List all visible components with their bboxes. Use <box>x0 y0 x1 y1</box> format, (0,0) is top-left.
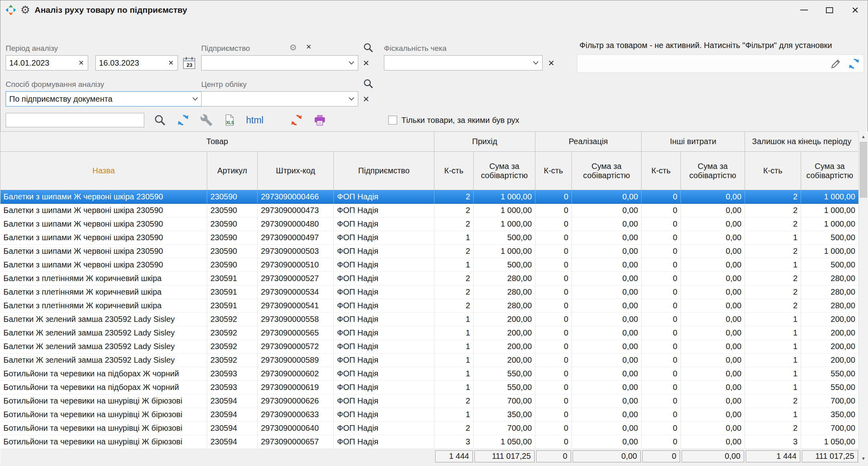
refresh-icon <box>176 113 190 127</box>
clear-date-from-icon[interactable]: × <box>78 58 85 67</box>
column-header[interactable]: Штрих-код <box>258 152 334 190</box>
center-search-button[interactable] <box>361 78 375 90</box>
method-select[interactable]: По підприємству документа <box>6 91 202 106</box>
fiscality-select[interactable] <box>384 55 543 70</box>
table-row[interactable]: Балетки Ж зелений замша 230592 Lady Sisl… <box>0 313 859 326</box>
cell-barcode: 2973090000558 <box>258 313 334 326</box>
column-header[interactable]: К-сть <box>642 152 681 190</box>
print-button[interactable] <box>312 112 327 128</box>
table-row[interactable]: Балетки Ж зелений замша 230592 Lady Sisl… <box>0 326 859 340</box>
table-row[interactable]: Ботильйони та черевики на шнурівці Ж бір… <box>0 422 859 435</box>
column-header[interactable]: Сума за собівартістю <box>474 152 535 190</box>
table-row[interactable]: Балетки з шипами Ж червоні шкіра 2305902… <box>0 245 859 258</box>
column-header[interactable]: К-сть <box>535 152 572 190</box>
enterprise-select[interactable] <box>201 55 358 70</box>
cell-barcode: 2973090000640 <box>258 422 334 435</box>
column-header[interactable]: Сума за собівартістю <box>681 152 745 190</box>
column-group-header[interactable]: Реалізація <box>535 132 642 152</box>
export-html-button[interactable]: html <box>246 115 263 126</box>
cell-in-sum: 550,00 <box>474 381 535 394</box>
center-label: Центр обліку <box>201 80 247 89</box>
column-header[interactable]: Назва <box>0 152 207 190</box>
settings-button[interactable] <box>199 112 214 128</box>
table-row[interactable]: Балетки з шипами Ж червоні шкіра 2305902… <box>0 258 859 272</box>
column-header[interactable]: Артикул <box>207 152 258 190</box>
cell-name: Балетки Ж зелений замша 230592 Lady Sisl… <box>0 313 207 326</box>
table-row[interactable]: Балетки з плетіннями Ж коричневий шкіра2… <box>0 272 859 285</box>
table-row[interactable]: Балетки з шипами Ж червоні шкіра 2305902… <box>0 217 859 231</box>
cell-barcode: 2973090000497 <box>258 231 334 245</box>
quick-search-input[interactable] <box>6 113 144 127</box>
column-header[interactable]: Сума за собівартістю <box>801 152 859 190</box>
totals-cell: 0 <box>535 449 572 464</box>
column-group-header[interactable]: Інші витрати <box>642 132 745 152</box>
table-row[interactable]: Балетки з шипами Ж червоні шкіра 2305902… <box>0 204 859 217</box>
total-rest-sum: 111 017,25 <box>802 450 858 462</box>
close-button[interactable]: × <box>842 0 868 20</box>
date-from-input[interactable]: 14.01.2023 × <box>6 55 88 70</box>
period-settings-gear-icon[interactable]: ⚙ <box>289 43 297 52</box>
search-icon <box>363 78 374 89</box>
enterprise-search-button[interactable] <box>361 42 375 54</box>
cell-in-sum: 1 000,00 <box>474 245 535 258</box>
calendar-button[interactable]: 23 <box>181 55 197 70</box>
fiscality-clear-icon[interactable]: × <box>547 58 555 68</box>
center-select[interactable] <box>201 91 358 106</box>
reload-button[interactable] <box>289 112 304 128</box>
column-group-header[interactable]: Залишок на кінець періоду <box>745 132 859 152</box>
date-from-value: 14.01.2023 <box>9 58 78 68</box>
table-row[interactable]: Балетки Ж зелений замша 230592 Lady Sisl… <box>0 354 859 367</box>
cell-in-qty: 1 <box>434 381 474 394</box>
table-row[interactable]: Ботильйони та черевики на шнурівці Ж бір… <box>0 435 859 449</box>
cell-name: Балетки з шипами Ж червоні шкіра 230590 <box>0 217 207 231</box>
table-row[interactable]: Ботильйони та черевики на підборах Ж чор… <box>0 381 859 394</box>
total-sale-sum: 0,00 <box>573 450 641 462</box>
grid-sub-header-row: НазваАртикулШтрих-кодПідприємствоК-стьСу… <box>0 152 859 190</box>
cell-name: Ботильйони та черевики на шнурівці Ж бір… <box>0 435 207 449</box>
center-clear-icon[interactable]: × <box>362 94 370 104</box>
enterprise-clear-icon[interactable]: × <box>362 58 370 68</box>
table-row[interactable]: Ботильйони та черевики на підборах Ж чор… <box>0 367 859 381</box>
column-header[interactable]: К-сть <box>434 152 474 190</box>
settings-gear-icon[interactable]: ⚙ <box>20 5 30 16</box>
column-group-header[interactable]: Прихід <box>434 132 535 152</box>
column-header[interactable]: Сума за собівартістю <box>572 152 642 190</box>
date-to-input[interactable]: 16.03.2023 × <box>95 55 178 70</box>
search-button[interactable] <box>152 112 168 128</box>
maximize-button[interactable] <box>817 0 842 20</box>
table-row[interactable]: Ботильйони та черевики на шнурівці Ж бір… <box>0 408 859 422</box>
svg-text:23: 23 <box>186 62 192 68</box>
cell-article: 230591 <box>207 272 258 285</box>
column-header[interactable]: К-сть <box>745 152 801 190</box>
table-row[interactable]: Балетки з шипами Ж червоні шкіра 2305902… <box>0 190 859 204</box>
cell-sale-sum: 0,00 <box>572 381 642 394</box>
cell-other-qty: 0 <box>642 394 681 408</box>
scroll-thumb[interactable] <box>860 142 867 198</box>
only-moved-goods-checkbox[interactable] <box>388 116 397 125</box>
table-row[interactable]: Балетки з плетіннями Ж коричневий шкіра2… <box>0 299 859 313</box>
edit-pencil-icon[interactable] <box>830 58 842 70</box>
table-row[interactable]: Ботильйони та черевики на шнурівці Ж бір… <box>0 394 859 408</box>
period-clear-icon[interactable]: × <box>305 42 312 51</box>
cell-article: 230593 <box>207 367 258 381</box>
refresh-filter-icon[interactable] <box>848 57 860 70</box>
column-group-header[interactable]: Товар <box>0 132 434 152</box>
export-xls-button[interactable]: XLS <box>222 112 237 128</box>
scroll-up-button[interactable]: ▲ <box>859 131 868 142</box>
cell-rest-sum: 280,00 <box>801 285 859 299</box>
clear-date-to-icon[interactable]: × <box>168 58 174 67</box>
cell-article: 230590 <box>207 231 258 245</box>
vertical-scrollbar[interactable]: ▲ ▼ <box>858 131 868 464</box>
table-row[interactable]: Балетки Ж зелений замша 230592 Lady Sisl… <box>0 340 859 354</box>
scroll-down-button[interactable]: ▼ <box>859 453 868 464</box>
refresh-button[interactable] <box>176 112 191 128</box>
cell-barcode: 2973090000510 <box>258 258 334 272</box>
column-header[interactable]: Підприємство <box>334 152 434 190</box>
cell-other-qty: 0 <box>642 299 681 313</box>
total-in-qty: 1 444 <box>435 450 473 462</box>
table-row[interactable]: Балетки з плетіннями Ж коричневий шкіра2… <box>0 285 859 299</box>
table-row[interactable]: Балетки з шипами Ж червоні шкіра 2305902… <box>0 231 859 245</box>
cell-sale-sum: 0,00 <box>572 394 642 408</box>
cell-other-qty: 0 <box>642 285 681 299</box>
minimize-button[interactable] <box>791 0 817 20</box>
